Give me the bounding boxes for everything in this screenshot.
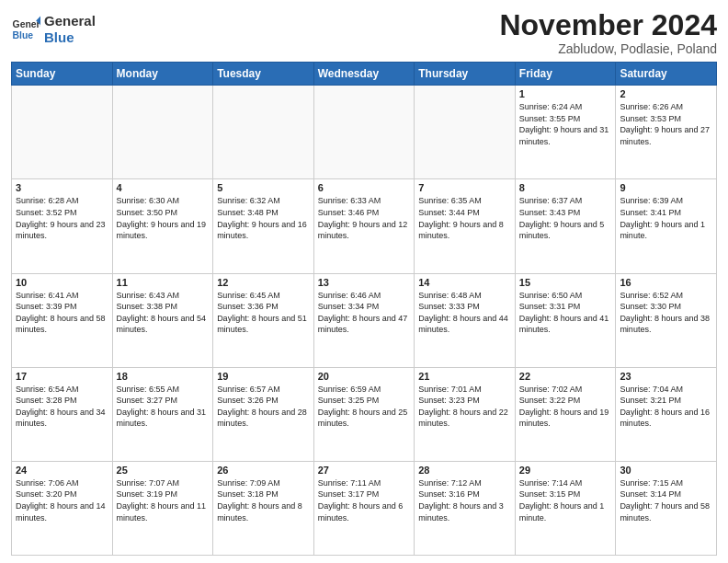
cell-w2-d3: 5Sunrise: 6:32 AM Sunset: 3:48 PM Daylig… (213, 179, 314, 273)
header-sunday: Sunday (12, 63, 113, 86)
day-info: Sunrise: 7:07 AM Sunset: 3:19 PM Dayligh… (117, 477, 210, 523)
week-row-5: 24Sunrise: 7:06 AM Sunset: 3:20 PM Dayli… (12, 461, 717, 555)
cell-w3-d7: 16Sunrise: 6:52 AM Sunset: 3:30 PM Dayli… (616, 273, 717, 367)
day-info: Sunrise: 6:54 AM Sunset: 3:28 PM Dayligh… (16, 384, 108, 430)
logo-icon: General Blue (11, 15, 40, 44)
header-tuesday: Tuesday (213, 63, 314, 86)
day-number: 2 (620, 88, 712, 99)
calendar-table: Sunday Monday Tuesday Wednesday Thursday… (11, 62, 717, 556)
day-info: Sunrise: 6:55 AM Sunset: 3:27 PM Dayligh… (117, 384, 210, 430)
day-number: 21 (418, 371, 511, 382)
cell-w1-d4 (313, 86, 415, 179)
cell-w2-d5: 7Sunrise: 6:35 AM Sunset: 3:44 PM Daylig… (415, 179, 516, 273)
day-info: Sunrise: 6:45 AM Sunset: 3:36 PM Dayligh… (217, 290, 310, 336)
day-number: 10 (16, 277, 108, 288)
cell-w1-d3 (213, 86, 314, 179)
cell-w5-d6: 29Sunrise: 7:14 AM Sunset: 3:15 PM Dayli… (515, 461, 616, 555)
cell-w4-d5: 21Sunrise: 7:01 AM Sunset: 3:23 PM Dayli… (415, 367, 516, 461)
day-info: Sunrise: 6:52 AM Sunset: 3:30 PM Dayligh… (620, 290, 712, 336)
logo-line1: General (44, 13, 96, 29)
week-row-1: 1Sunrise: 6:24 AM Sunset: 3:55 PM Daylig… (12, 86, 717, 179)
day-info: Sunrise: 6:35 AM Sunset: 3:44 PM Dayligh… (418, 195, 511, 241)
cell-w3-d6: 15Sunrise: 6:50 AM Sunset: 3:31 PM Dayli… (515, 273, 616, 367)
day-info: Sunrise: 7:14 AM Sunset: 3:15 PM Dayligh… (519, 477, 612, 523)
cell-w3-d4: 13Sunrise: 6:46 AM Sunset: 3:34 PM Dayli… (313, 273, 415, 367)
cell-w3-d5: 14Sunrise: 6:48 AM Sunset: 3:33 PM Dayli… (415, 273, 516, 367)
cell-w1-d7: 2Sunrise: 6:26 AM Sunset: 3:53 PM Daylig… (616, 86, 717, 179)
week-row-4: 17Sunrise: 6:54 AM Sunset: 3:28 PM Dayli… (12, 367, 717, 461)
header-saturday: Saturday (616, 63, 717, 86)
day-info: Sunrise: 6:59 AM Sunset: 3:25 PM Dayligh… (318, 384, 411, 430)
week-row-2: 3Sunrise: 6:28 AM Sunset: 3:52 PM Daylig… (12, 179, 717, 273)
day-info: Sunrise: 7:01 AM Sunset: 3:23 PM Dayligh… (418, 384, 511, 430)
logo-line2: Blue (44, 29, 96, 46)
day-number: 13 (318, 277, 411, 288)
day-number: 5 (217, 182, 310, 193)
day-info: Sunrise: 7:02 AM Sunset: 3:22 PM Dayligh… (519, 384, 612, 430)
day-info: Sunrise: 6:32 AM Sunset: 3:48 PM Dayligh… (217, 195, 310, 241)
day-info: Sunrise: 7:15 AM Sunset: 3:14 PM Dayligh… (620, 477, 712, 523)
day-number: 3 (16, 182, 108, 193)
day-info: Sunrise: 6:37 AM Sunset: 3:43 PM Dayligh… (519, 195, 612, 241)
cell-w4-d6: 22Sunrise: 7:02 AM Sunset: 3:22 PM Dayli… (515, 367, 616, 461)
day-info: Sunrise: 6:50 AM Sunset: 3:31 PM Dayligh… (519, 290, 612, 336)
day-number: 11 (117, 277, 210, 288)
day-number: 29 (519, 465, 612, 476)
cell-w4-d7: 23Sunrise: 7:04 AM Sunset: 3:21 PM Dayli… (616, 367, 717, 461)
cell-w1-d2 (112, 86, 213, 179)
location: Zabludow, Podlasie, Poland (499, 41, 717, 56)
day-info: Sunrise: 6:30 AM Sunset: 3:50 PM Dayligh… (117, 195, 210, 241)
calendar-header: Sunday Monday Tuesday Wednesday Thursday… (12, 63, 717, 86)
day-number: 30 (620, 465, 712, 476)
cell-w5-d7: 30Sunrise: 7:15 AM Sunset: 3:14 PM Dayli… (616, 461, 717, 555)
cell-w2-d2: 4Sunrise: 6:30 AM Sunset: 3:50 PM Daylig… (112, 179, 213, 273)
day-number: 14 (418, 277, 511, 288)
day-info: Sunrise: 6:41 AM Sunset: 3:39 PM Dayligh… (16, 290, 108, 336)
day-info: Sunrise: 6:48 AM Sunset: 3:33 PM Dayligh… (418, 290, 511, 336)
day-number: 7 (418, 182, 511, 193)
day-number: 4 (117, 182, 210, 193)
day-number: 12 (217, 277, 310, 288)
week-row-3: 10Sunrise: 6:41 AM Sunset: 3:39 PM Dayli… (12, 273, 717, 367)
day-info: Sunrise: 7:12 AM Sunset: 3:16 PM Dayligh… (418, 477, 511, 523)
day-number: 25 (117, 465, 210, 476)
header-friday: Friday (515, 63, 616, 86)
day-info: Sunrise: 6:24 AM Sunset: 3:55 PM Dayligh… (519, 101, 612, 147)
day-number: 26 (217, 465, 310, 476)
top-section: General Blue General Blue November 2024 … (11, 9, 717, 56)
cell-w5-d5: 28Sunrise: 7:12 AM Sunset: 3:16 PM Dayli… (415, 461, 516, 555)
day-number: 20 (318, 371, 411, 382)
svg-text:General: General (13, 19, 40, 29)
day-info: Sunrise: 7:04 AM Sunset: 3:21 PM Dayligh… (620, 384, 712, 430)
day-number: 1 (519, 88, 612, 99)
header-thursday: Thursday (415, 63, 516, 86)
day-number: 19 (217, 371, 310, 382)
day-number: 24 (16, 465, 108, 476)
cell-w5-d1: 24Sunrise: 7:06 AM Sunset: 3:20 PM Dayli… (12, 461, 113, 555)
cell-w2-d1: 3Sunrise: 6:28 AM Sunset: 3:52 PM Daylig… (12, 179, 113, 273)
day-info: Sunrise: 7:06 AM Sunset: 3:20 PM Dayligh… (16, 477, 108, 523)
day-number: 22 (519, 371, 612, 382)
cell-w1-d5 (415, 86, 516, 179)
day-info: Sunrise: 6:26 AM Sunset: 3:53 PM Dayligh… (620, 101, 712, 147)
day-number: 18 (117, 371, 210, 382)
cell-w1-d1 (12, 86, 113, 179)
svg-text:Blue: Blue (13, 30, 34, 40)
day-number: 6 (318, 182, 411, 193)
day-number: 8 (519, 182, 612, 193)
day-info: Sunrise: 7:09 AM Sunset: 3:18 PM Dayligh… (217, 477, 310, 523)
header-monday: Monday (112, 63, 213, 86)
month-title: November 2024 (499, 9, 717, 41)
header-wednesday: Wednesday (313, 63, 415, 86)
cell-w3-d2: 11Sunrise: 6:43 AM Sunset: 3:38 PM Dayli… (112, 273, 213, 367)
day-info: Sunrise: 7:11 AM Sunset: 3:17 PM Dayligh… (318, 477, 411, 523)
day-number: 9 (620, 182, 712, 193)
day-number: 17 (16, 371, 108, 382)
cell-w2-d4: 6Sunrise: 6:33 AM Sunset: 3:46 PM Daylig… (313, 179, 415, 273)
day-number: 15 (519, 277, 612, 288)
logo-text: General Blue (44, 13, 96, 46)
cell-w4-d1: 17Sunrise: 6:54 AM Sunset: 3:28 PM Dayli… (12, 367, 113, 461)
cell-w1-d6: 1Sunrise: 6:24 AM Sunset: 3:55 PM Daylig… (515, 86, 616, 179)
day-info: Sunrise: 6:28 AM Sunset: 3:52 PM Dayligh… (16, 195, 108, 241)
cell-w5-d2: 25Sunrise: 7:07 AM Sunset: 3:19 PM Dayli… (112, 461, 213, 555)
